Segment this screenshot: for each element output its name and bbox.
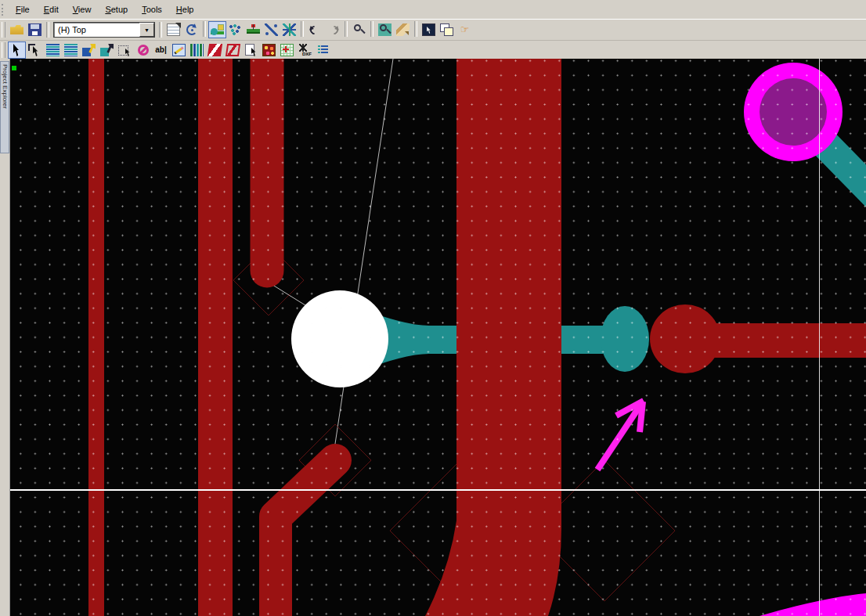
net-dots-button[interactable] <box>226 21 244 38</box>
layer-pencil-icon <box>172 44 186 56</box>
pcb-canvas[interactable] <box>10 59 866 616</box>
pad-ring-hole <box>760 78 827 146</box>
waves-b-button[interactable] <box>62 41 80 59</box>
brush-button[interactable] <box>394 21 412 38</box>
net-dots-icon <box>229 23 242 36</box>
menu-setup[interactable]: Setup <box>98 2 135 17</box>
pour-corner-bottomright[interactable] <box>760 593 866 616</box>
redo-button <box>324 21 342 38</box>
select-flag-button[interactable] <box>26 41 44 59</box>
drawing-toolbar: ab|DXF <box>0 40 866 59</box>
list-icon <box>316 44 330 56</box>
via-grid-button[interactable] <box>278 41 296 59</box>
waves-a-icon <box>46 44 60 56</box>
select-button[interactable] <box>8 41 26 59</box>
windows-button[interactable] <box>438 21 456 38</box>
flag-outline-icon <box>226 44 240 56</box>
toolbar-separator <box>414 21 417 37</box>
waves-a-button[interactable] <box>44 41 62 59</box>
refresh-button[interactable] <box>182 21 200 38</box>
save-icon <box>28 23 41 36</box>
chevron-down-icon[interactable]: ▼ <box>139 23 154 37</box>
fit-view-icon <box>211 23 224 36</box>
columns-button[interactable] <box>188 41 206 59</box>
select-flag-icon <box>28 44 41 56</box>
windows-icon <box>440 23 453 36</box>
zoom-area-button[interactable] <box>376 21 394 38</box>
dxf-icon: DXF <box>298 44 312 56</box>
measure-icon <box>265 23 278 36</box>
zoom-icon <box>352 23 366 36</box>
via-grid-icon <box>280 44 294 56</box>
hand-point-button[interactable]: ☞ <box>456 21 474 38</box>
menu-help[interactable]: Help <box>169 2 201 17</box>
viewer-icon <box>422 23 435 36</box>
fit-view-button[interactable] <box>208 21 226 38</box>
origin-marker-dot <box>12 66 16 70</box>
draw-icon-group: ab|DXF <box>8 41 332 59</box>
toolbar-separator <box>345 21 348 37</box>
hand-point-icon: ☞ <box>458 23 471 36</box>
toolbar-separator <box>203 21 206 37</box>
flag-red-icon <box>207 44 222 56</box>
view-icon-group: ☞ <box>164 21 474 38</box>
open-folder-button[interactable] <box>8 21 26 38</box>
open-folder-icon <box>10 23 23 36</box>
project-explorer-tab[interactable]: Project Explorer <box>0 61 9 153</box>
layer-arrow-a-button[interactable] <box>80 41 98 59</box>
properties-icon <box>167 23 180 36</box>
teal-pad-blob[interactable] <box>601 306 649 372</box>
layer-pencil-button[interactable] <box>170 41 188 59</box>
toolbar-separator <box>370 21 373 37</box>
shape-cursor-icon <box>118 44 132 56</box>
main-toolbar: (H) Top ▼ ☞ <box>0 19 866 40</box>
viewer-button[interactable] <box>420 21 438 38</box>
dxf-button[interactable]: DXF <box>296 41 314 59</box>
pads-button[interactable] <box>260 41 278 59</box>
zoom-button[interactable] <box>350 21 368 38</box>
pcb-drawing <box>10 59 866 616</box>
flag-red-button[interactable] <box>206 41 224 59</box>
layer-select[interactable]: (H) Top ▼ <box>53 22 155 38</box>
properties-button[interactable] <box>164 21 182 38</box>
save-button[interactable] <box>26 21 44 38</box>
page-cursor-button[interactable] <box>242 41 260 59</box>
fanout-icon <box>283 23 296 36</box>
toolbar-grip[interactable] <box>2 42 5 58</box>
layer-arrow-b-icon <box>100 44 114 56</box>
undo-button[interactable] <box>306 21 324 38</box>
layer-select-value: (H) Top <box>54 23 139 37</box>
shape-cursor-button[interactable] <box>116 41 134 59</box>
annotation-arrow-barb-down[interactable] <box>640 402 643 432</box>
menu-view[interactable]: View <box>66 2 99 17</box>
measure-button[interactable] <box>262 21 280 38</box>
board-flag-button[interactable] <box>244 21 262 38</box>
toolbar-grip[interactable] <box>2 4 6 16</box>
list-button[interactable] <box>314 41 332 59</box>
file-icon-group <box>8 21 44 38</box>
layer-arrow-a-icon <box>82 44 96 56</box>
fanout-button[interactable] <box>280 21 298 38</box>
menu-tools[interactable]: Tools <box>135 2 169 17</box>
no-entry-icon <box>138 45 149 56</box>
text-tool-button[interactable]: ab| <box>152 41 170 59</box>
toolbar-separator <box>159 22 162 38</box>
zoom-area-icon <box>378 23 392 36</box>
menu-bar: File Edit View Setup Tools Help <box>0 0 866 19</box>
pads-icon <box>262 44 276 56</box>
left-dock-strip: Project Explorer <box>0 59 10 616</box>
toolbar-separator <box>301 21 304 37</box>
refresh-icon <box>186 24 197 35</box>
select-icon <box>10 44 23 56</box>
toolbar-grip[interactable] <box>2 22 5 38</box>
layer-arrow-b-button[interactable] <box>98 41 116 59</box>
brush-icon <box>396 23 410 36</box>
board-flag-icon <box>247 23 260 36</box>
no-entry-button[interactable] <box>134 41 152 59</box>
toolbar-separator <box>46 22 49 38</box>
flag-outline-button[interactable] <box>224 41 242 59</box>
trace-bend-bottom[interactable] <box>276 460 335 616</box>
menu-file[interactable]: File <box>9 2 37 17</box>
via-white-circle[interactable] <box>291 290 388 387</box>
menu-edit[interactable]: Edit <box>37 2 66 17</box>
